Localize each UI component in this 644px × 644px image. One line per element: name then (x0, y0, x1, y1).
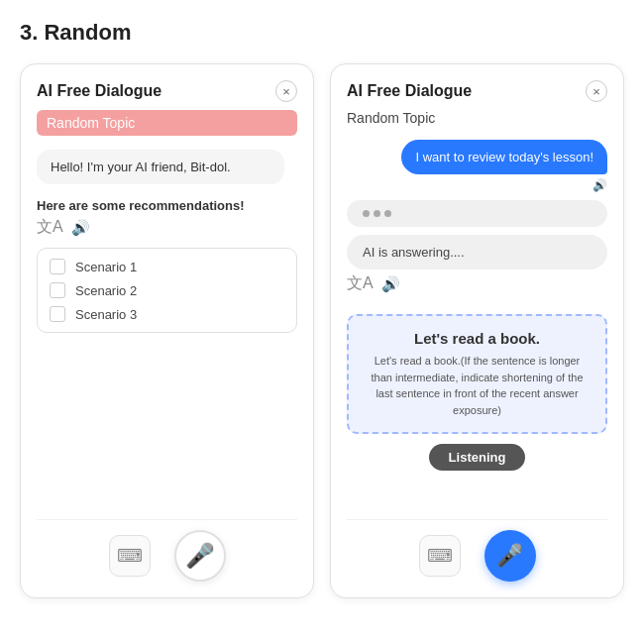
user-speaker-icon: 🔊 (592, 178, 607, 192)
listening-badge: Listening (429, 444, 526, 471)
scenario-label-1: Scenario 1 (75, 260, 137, 274)
listening-container: Listening (347, 444, 607, 479)
suggestion-detail: Let's read a book.(If the sentence is lo… (365, 353, 590, 418)
panel-1-recommendations: Here are some recommendations! (37, 198, 297, 213)
keyboard-icon-2: ⌨ (427, 545, 453, 567)
scenarios-box: Scenario 1 Scenario 2 Scenario 3 (37, 248, 297, 333)
close-icon: × (282, 84, 290, 99)
scenario-checkbox-1[interactable] (50, 259, 65, 274)
mic-button-2[interactable]: 🎤 (484, 530, 536, 582)
panel-1-close-button[interactable]: × (275, 80, 297, 102)
scenario-checkbox-2[interactable] (50, 282, 65, 298)
panel-2-close-button[interactable]: × (586, 80, 607, 102)
speaker-icon[interactable]: 🔊 (71, 219, 90, 237)
keyboard-icon: ⌨ (117, 545, 143, 567)
panel-2: AI Free Dialogue × Random Topic I want t… (330, 63, 624, 598)
panel-1-title: AI Free Dialogue (37, 82, 161, 100)
dot-1 (363, 210, 370, 217)
translate-icon[interactable]: 文A (37, 217, 63, 238)
close-icon-2: × (592, 84, 600, 99)
panel-2-chat-area: I want to review today's lesson! 🔊 AI is… (347, 140, 607, 501)
panel-2-title: AI Free Dialogue (347, 82, 472, 100)
suggestion-title: Let's read a book. (365, 330, 590, 347)
panel-1-topic-badge: Random Topic (37, 110, 297, 136)
speaker-icon-2[interactable]: 🔊 (381, 275, 400, 293)
panel-1: AI Free Dialogue × Random Topic Hello! I… (20, 63, 314, 598)
keyboard-button-1[interactable]: ⌨ (109, 535, 151, 577)
suggestion-box: Let's read a book. Let's read a book.(If… (347, 314, 607, 434)
panel-1-bottom-bar: ⌨ 🎤 (37, 519, 297, 582)
panel-1-icon-row: 文A 🔊 (37, 217, 297, 238)
ai-answering-bubble: AI is answering.... (347, 235, 607, 269)
panel-2-bottom-bar: ⌨ 🎤 (347, 519, 607, 582)
panel-1-header: AI Free Dialogue × (37, 80, 297, 102)
scenario-checkbox-3[interactable] (50, 306, 65, 322)
dot-2 (374, 210, 380, 217)
keyboard-button-2[interactable]: ⌨ (419, 535, 461, 577)
mic-button-1[interactable]: 🎤 (174, 530, 226, 582)
panels-container: AI Free Dialogue × Random Topic Hello! I… (20, 63, 624, 598)
scenario-item-1[interactable]: Scenario 1 (50, 259, 284, 274)
scenario-item-3[interactable]: Scenario 3 (50, 306, 284, 322)
mic-icon-1: 🎤 (185, 542, 215, 570)
scenario-item-2[interactable]: Scenario 2 (50, 282, 284, 298)
panel-2-topic-label: Random Topic (347, 110, 607, 126)
mic-icon-2: 🎤 (496, 543, 523, 569)
panel-2-header: AI Free Dialogue × (347, 80, 607, 102)
page-title: 3. Random (20, 20, 624, 46)
panel-2-icon-row: 文A 🔊 (347, 273, 607, 294)
typing-indicator (347, 200, 607, 227)
dot-3 (384, 210, 391, 217)
translate-icon-2[interactable]: 文A (347, 273, 374, 294)
user-message-bubble: I want to review today's lesson! (401, 140, 607, 174)
scenario-label-2: Scenario 2 (75, 283, 137, 298)
panel-1-greeting-bubble: Hello! I'm your AI friend, Bit-dol. (37, 150, 284, 184)
scenario-label-3: Scenario 3 (75, 307, 137, 322)
